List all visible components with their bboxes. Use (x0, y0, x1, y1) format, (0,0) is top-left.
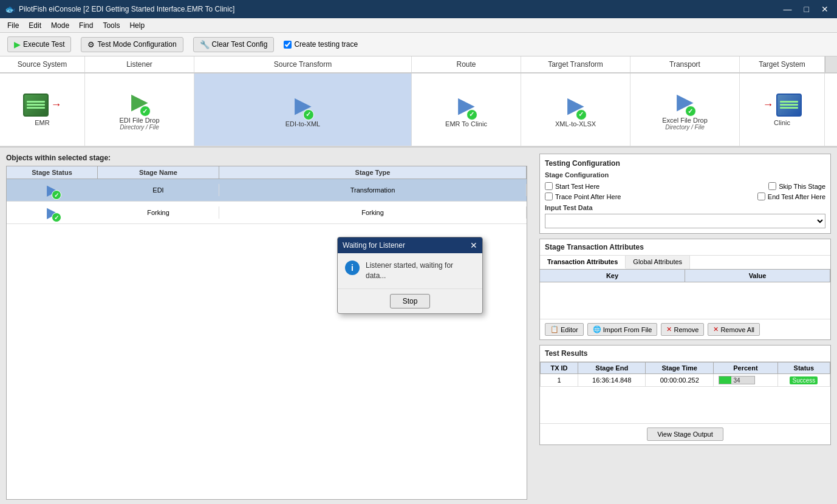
skip-this-stage-check[interactable]: Skip This Stage (768, 182, 825, 190)
menu-help[interactable]: Help (125, 20, 149, 31)
result-stage-time: 00:00:00.252 (646, 374, 714, 387)
remove-button[interactable]: ✕ Remove (661, 323, 704, 336)
col-stage-status: Stage Status (7, 166, 98, 179)
tab-global-attributes[interactable]: Global Attributes (626, 256, 690, 269)
testing-config-panel: Testing Configuration Stage Configuratio… (539, 154, 831, 234)
listener-check-icon: ✓ (140, 106, 151, 117)
xml-to-xlsx-label: XML-to-XLSX (555, 120, 596, 128)
transport-check-icon: ✓ (685, 106, 696, 117)
end-test-after-check[interactable]: End Test After Here (757, 192, 825, 200)
header-route: Route (412, 56, 521, 72)
excel-file-drop-label: Excel File Drop (662, 117, 708, 124)
row1-status-icons: ▶ ✓ (7, 179, 98, 201)
dialog-close-button[interactable]: ✕ (470, 240, 477, 250)
stage-xml-to-xlsx[interactable]: ▶ ✓ XML-to-XLSX (521, 73, 630, 146)
clinic-server-icon (776, 94, 802, 117)
table-row[interactable]: ▶ ✓ Forking Forking (7, 202, 527, 224)
header-target-system: Target System (740, 56, 825, 72)
dialog-footer: Stop (338, 288, 482, 313)
input-test-data-select[interactable] (545, 214, 825, 228)
col-stage-type: Stage Type (219, 166, 527, 179)
execute-test-icon: ▶ (14, 39, 21, 49)
editor-button[interactable]: 📋 Editor (545, 323, 584, 336)
row1-name: EDI (98, 184, 219, 196)
edi-file-drop-label: EDI File Drop (119, 117, 159, 124)
objects-table-header: Stage Status Stage Name Stage Type (7, 166, 527, 179)
th-percent: Percent (714, 363, 778, 374)
menu-find[interactable]: Find (74, 20, 98, 31)
waiting-for-listener-dialog: Waiting for Listener ✕ i Listener starte… (337, 237, 483, 314)
test-results-title: Test Results (540, 346, 830, 362)
source-transform-icon-combo: ▶ ✓ (295, 92, 312, 118)
execute-test-button[interactable]: ▶ Execute Test (7, 36, 71, 52)
target-transform-check-icon: ✓ (576, 109, 587, 120)
result-tx-id: 1 (541, 374, 578, 387)
test-results-panel: Test Results TX ID Stage End Stage Time … (539, 345, 831, 445)
dialog-message: Listener started, waiting for data... (366, 261, 475, 281)
remove-all-icon: ✕ (713, 325, 719, 333)
stage-clinic[interactable]: → Clinic (740, 73, 825, 146)
maximize-button[interactable]: □ (801, 3, 813, 15)
menu-tools[interactable]: Tools (98, 20, 125, 31)
th-stage-end: Stage End (578, 363, 646, 374)
stage-excel-file-drop[interactable]: ▶ ✓ Excel File Drop Directory / File (630, 73, 740, 146)
attr-key-header: Key (540, 270, 685, 282)
input-test-data-label: Input Test Data (545, 204, 825, 211)
result-status: Success (777, 374, 830, 387)
row1-type: Transformation (219, 184, 527, 196)
status-badge: Success (790, 376, 818, 384)
test-mode-config-button[interactable]: ⚙ Test Mode Configuration (81, 37, 183, 52)
route-check-icon: ✓ (466, 109, 477, 120)
route-icon-combo: ▶ ✓ (458, 92, 475, 118)
listener-icon-combo: ▶ ✓ (131, 89, 148, 114)
th-tx-id: TX ID (541, 363, 578, 374)
col-stage-name: Stage Name (98, 166, 219, 179)
toolbar: ▶ Execute Test ⚙ Test Mode Configuration… (0, 33, 837, 56)
clear-icon: 🔧 (200, 40, 210, 49)
result-stage-end: 16:36:14.848 (578, 374, 646, 387)
tab-transaction-attributes[interactable]: Transaction Attributes (540, 256, 626, 269)
attributes-tabs: Transaction Attributes Global Attributes (540, 256, 830, 270)
stop-button[interactable]: Stop (390, 294, 431, 308)
close-button[interactable]: ✕ (818, 3, 832, 15)
menu-edit[interactable]: Edit (24, 20, 46, 31)
menu-mode[interactable]: Mode (46, 20, 74, 31)
view-stage-output-button[interactable]: View Stage Output (647, 427, 723, 441)
table-row[interactable]: ▶ ✓ EDI Transformation (7, 179, 527, 202)
attributes-title: Stage Transaction Attributes (540, 239, 830, 256)
emr-server-icon (23, 94, 49, 117)
editor-icon: 📋 (550, 325, 559, 333)
results-empty-area (540, 387, 830, 423)
start-test-here-check[interactable]: Start Test Here (545, 182, 600, 190)
clear-test-config-button[interactable]: 🔧 Clear Test Config (193, 37, 275, 52)
window-title: PilotFish eiConsole [2 EDI Getting Start… (19, 5, 234, 13)
title-bar: 🐟 PilotFish eiConsole [2 EDI Getting Sta… (0, 0, 837, 18)
trace-point-check[interactable]: Trace Point After Here (545, 192, 621, 200)
row2-check-icon: ✓ (52, 213, 61, 222)
stage-emr-to-clinic[interactable]: ▶ ✓ EMR To Clinic (412, 73, 521, 146)
header-target-transform: Target Transform (521, 56, 630, 72)
arrow-right-icon: → (51, 98, 62, 111)
remove-all-button[interactable]: ✕ Remove All (708, 323, 760, 336)
create-testing-trace-checkbox[interactable]: Create testing trace (284, 40, 358, 49)
source-transform-check-icon: ✓ (303, 109, 314, 120)
import-from-file-button[interactable]: 🌐 Import From File (587, 323, 658, 336)
attributes-buttons: 📋 Editor 🌐 Import From File ✕ Remove ✕ R… (540, 319, 830, 339)
menu-bar: File Edit Mode Find Tools Help (0, 18, 837, 33)
results-table-container: TX ID Stage End Stage Time Percent Statu… (540, 362, 830, 423)
header-source-transform: Source Transform (194, 56, 412, 72)
stage-edi-to-xml[interactable]: ▶ ✓ EDI-to-XML (194, 73, 412, 146)
transport-icon-combo: ▶ ✓ (677, 89, 694, 114)
results-table: TX ID Stage End Stage Time Percent Statu… (540, 362, 830, 387)
stage-edi-file-drop[interactable]: ▶ ✓ EDI File Drop Directory / File (85, 73, 194, 146)
testing-config-title: Testing Configuration (545, 159, 825, 168)
results-footer: View Stage Output (540, 423, 830, 444)
import-icon: 🌐 (593, 325, 601, 333)
menu-file[interactable]: File (2, 20, 24, 31)
clinic-arrow-icon: → (763, 98, 774, 111)
minimize-button[interactable]: — (780, 3, 796, 15)
clinic-label: Clinic (774, 119, 790, 126)
stage-emr[interactable]: → EMR (0, 73, 85, 146)
attributes-table-body (540, 282, 830, 319)
remove-icon: ✕ (666, 325, 672, 333)
